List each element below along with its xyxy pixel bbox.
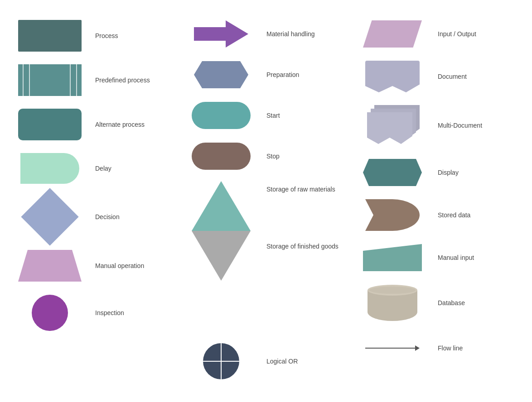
stop-label: Stop (266, 153, 321, 160)
manual-input-shape (363, 244, 422, 271)
shape-input-output-container (356, 20, 429, 48)
start-label: Start (266, 112, 321, 119)
shape-display-container (356, 159, 429, 186)
logical-or-shape (203, 343, 239, 379)
material-handling-label: Material handling (266, 30, 321, 38)
stop-shape (192, 143, 251, 170)
storage-raw-label: Storage of raw materials (266, 186, 339, 193)
multi-document-label: Multi-Document (438, 122, 492, 129)
item-preparation: Preparation (180, 54, 352, 95)
start-shape (192, 102, 251, 129)
item-inspection: Inspection (9, 288, 180, 338)
item-stop: Stop (180, 136, 352, 177)
inspection-shape (32, 295, 68, 331)
decision-shape (21, 188, 78, 245)
manual-op-shape (18, 250, 82, 282)
display-shape (363, 159, 422, 186)
column-3: Input / Output Document Multi-Document (352, 14, 523, 386)
database-shape (368, 285, 417, 321)
shape-decision-container (14, 196, 86, 237)
flow-line-arrowhead (415, 345, 420, 351)
logical-or-label: Logical OR (266, 358, 321, 365)
alternate-shape (18, 109, 82, 140)
item-input-output: Input / Output (352, 14, 523, 54)
shape-delay-container (14, 153, 86, 184)
stored-data-label: Stored data (438, 211, 492, 219)
item-manual-input: Manual input (352, 237, 523, 278)
shape-process-container (14, 20, 86, 52)
shape-start-container (185, 102, 257, 129)
input-output-shape (363, 20, 422, 48)
item-start: Start (180, 95, 352, 136)
item-flow-line: Flow line (352, 328, 523, 368)
item-stored-data: Stored data (352, 193, 523, 237)
delay-shape (20, 153, 79, 184)
stored-data-shape (365, 199, 420, 231)
column-2: Material handling Preparation Start Stop (180, 14, 352, 386)
predefined-label: Predefined process (95, 77, 150, 84)
storage-finished-shape (192, 231, 251, 281)
shape-preparation-container (185, 61, 257, 88)
item-alternate: Alternate process (9, 102, 180, 147)
input-output-label: Input / Output (438, 30, 492, 38)
material-handling-shape (194, 20, 248, 48)
column-1: Process Predefined process Alternate pro… (9, 14, 180, 386)
process-label: Process (95, 32, 150, 39)
predefined-shape (18, 64, 82, 96)
shape-stored-data-container (356, 199, 429, 231)
preparation-label: Preparation (266, 71, 321, 78)
item-display: Display (352, 152, 523, 193)
delay-label: Delay (95, 165, 150, 172)
shape-inspection-container (14, 295, 86, 331)
shape-manual-op-container (14, 250, 86, 282)
storage-raw-shape (192, 181, 251, 231)
item-predefined: Predefined process (9, 58, 180, 102)
document-label: Document (438, 73, 492, 80)
flow-line-shape (365, 345, 420, 351)
shape-document-container (356, 61, 429, 92)
item-delay: Delay (9, 147, 180, 190)
shape-database-container (356, 285, 429, 321)
cyl-top-inner (369, 287, 416, 294)
manual-input-label: Manual input (438, 254, 492, 261)
shape-material-container (185, 20, 257, 48)
item-decision: Decision (9, 190, 180, 244)
shape-alternate-container (14, 109, 86, 140)
flow-line-body (365, 348, 415, 349)
item-logical-or: Logical OR (180, 337, 352, 386)
item-storage-raw: Storage of raw materials Storage of fini… (180, 177, 352, 292)
multi-document-shape (365, 105, 420, 146)
shape-flow-line-container (356, 345, 429, 351)
storage-finished-label: Storage of finished goods (266, 243, 339, 250)
shape-storage-raw-container (185, 181, 257, 285)
item-database: Database (352, 278, 523, 328)
database-label: Database (438, 299, 492, 306)
item-multi-document: Multi-Document (352, 99, 523, 152)
shape-logical-or-container (185, 343, 257, 379)
shape-manual-input-container (356, 244, 429, 271)
arrow-head (226, 20, 248, 48)
manual-op-label: Manual operation (95, 262, 150, 269)
preparation-shape (194, 61, 248, 88)
process-shape (18, 20, 82, 52)
item-process: Process (9, 14, 180, 58)
decision-label: Decision (95, 213, 150, 220)
item-document: Document (352, 54, 523, 99)
shape-stop-container (185, 143, 257, 170)
alternate-label: Alternate process (95, 121, 150, 128)
item-material-handling: Material handling (180, 14, 352, 54)
shape-multi-doc-container (356, 105, 429, 146)
document-shape (365, 61, 420, 92)
inspection-label: Inspection (95, 309, 150, 316)
multi-doc-page-3 (367, 112, 412, 144)
shape-predefined-container (14, 64, 86, 96)
display-label: Display (438, 169, 492, 176)
flow-line-label: Flow line (438, 345, 492, 352)
item-manual-op: Manual operation (9, 244, 180, 288)
